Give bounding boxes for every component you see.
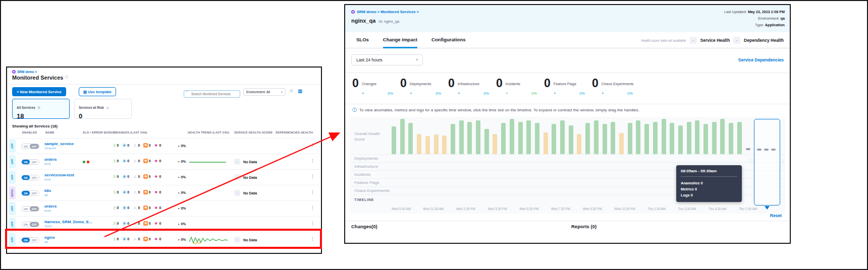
timeline-bar[interactable] (510, 119, 514, 154)
service-name-link[interactable]: sample_service (44, 142, 74, 146)
deployments-icon: ↑0 (113, 190, 119, 194)
search-input[interactable] (184, 90, 240, 98)
timeline-bar[interactable] (636, 120, 640, 154)
dependency-view-icon[interactable]: ⑂ (290, 88, 293, 94)
enabled-toggle[interactable]: ONOFF (21, 237, 39, 243)
timeline-bar[interactable] (594, 120, 599, 154)
timeline-bar[interactable] (670, 123, 674, 154)
enabled-toggle[interactable]: ONOFF (21, 206, 39, 212)
service-name-link[interactable]: orders (44, 157, 57, 162)
table-row[interactable]: APP ONOFF nginx qa ↑0❉0⚠0⚑0✺0 ▲0% -No Da… (7, 232, 321, 248)
timeline-bar[interactable] (577, 134, 581, 154)
detail-breadcrumb[interactable]: SRM demo > Monitored Services > (351, 10, 419, 14)
environment-filter[interactable]: Environment: All ▾ (243, 88, 286, 96)
timeline-bar[interactable] (585, 123, 590, 154)
timeline-bar[interactable] (467, 122, 472, 154)
table-row[interactable]: APP ONOFF Harness_SRM_Demo_E... Test2 ↑0… (7, 217, 321, 232)
services-at-risk-card[interactable]: Services at Risk ◎ 0 (74, 99, 132, 119)
timeline-bar[interactable] (544, 132, 548, 154)
new-monitored-service-button[interactable]: + New Monitored Service (12, 87, 66, 96)
all-services-card[interactable]: All Services ⚙ 18 (12, 99, 70, 119)
service-dependencies-link[interactable]: Service Dependencies (738, 57, 784, 62)
timeline-hint-banner: ⓘ To view anomalies, metrics and logs fo… (352, 108, 639, 112)
timeline-bar[interactable] (417, 134, 421, 154)
timeline-bar[interactable] (712, 122, 717, 154)
timeline-bar[interactable] (662, 119, 666, 154)
enabled-toggle[interactable]: ONOFF (21, 175, 39, 180)
service-name-link[interactable]: nginx (44, 235, 55, 240)
row-menu-icon[interactable]: ⋮ (310, 205, 315, 210)
timeline-bar[interactable] (400, 119, 405, 154)
timeline-bar[interactable] (442, 136, 447, 154)
row-menu-icon[interactable]: ⋮ (310, 189, 315, 194)
reset-link[interactable]: Reset (770, 213, 782, 218)
breadcrumb-text[interactable]: SRM demo > (17, 70, 37, 74)
enabled-toggle[interactable]: ONOFF (21, 190, 39, 196)
timeline-bar[interactable] (434, 134, 439, 154)
search-icon: ⌕ (186, 89, 188, 94)
timeline-bar[interactable] (476, 120, 480, 154)
table-row[interactable]: APP ONOFF servicenow-test prod ↑0❉0⚠0⚑0✺… (7, 170, 321, 185)
drag-handle-left[interactable]: ⋮⋮ (749, 159, 754, 162)
use-template-button[interactable]: ▥ Use template (79, 87, 116, 96)
service-name-link[interactable]: orders (44, 204, 57, 209)
timeline-bar[interactable] (611, 122, 615, 154)
row-menu-icon[interactable]: ⋮ (310, 221, 315, 226)
timeline-bar[interactable] (720, 119, 725, 154)
enabled-toggle[interactable]: ONOFF (21, 159, 39, 165)
timeline-bar[interactable] (451, 124, 455, 154)
row-menu-icon[interactable]: ⋮ (310, 236, 315, 241)
timeline-bar[interactable] (619, 133, 624, 154)
table-row[interactable]: APP ONOFF sample_service nonprod ↑0❉0⚠0⚑… (7, 139, 321, 154)
timeline-bar[interactable] (729, 123, 733, 154)
timeline-bar[interactable] (392, 126, 396, 154)
health-summary: Health score data not available - Servic… (641, 37, 784, 44)
enabled-toggle[interactable]: ONOFF (21, 144, 39, 149)
timeline-bar[interactable] (653, 122, 658, 154)
service-name-link[interactable]: Harness_SRM_Demo_E... (44, 220, 92, 224)
table-row[interactable]: APP ONOFF orders local ↑0❉0⚠0⚑0✺0 ▲0% ⋮ (7, 201, 321, 217)
timeline-bar[interactable] (603, 124, 607, 154)
timeline-bar[interactable] (644, 124, 649, 154)
tab-change-impact[interactable]: Change Impact (383, 32, 417, 48)
timeline-bar[interactable] (687, 122, 691, 154)
row-menu-icon[interactable]: ⋮ (310, 174, 315, 179)
tab-slos[interactable]: SLOs (356, 32, 369, 48)
timeline-bar[interactable] (408, 123, 413, 154)
timeline-bar[interactable] (425, 136, 430, 154)
timeline-bar[interactable] (678, 125, 683, 154)
timeline-bar[interactable] (484, 129, 489, 154)
timeline-bar[interactable] (569, 125, 573, 154)
timeline-bar[interactable] (501, 123, 506, 154)
service-name-link[interactable]: servicenow-test (44, 173, 74, 177)
timeline-bar[interactable] (737, 122, 742, 154)
time-range-select[interactable]: Last 24 hours ▾ (351, 54, 423, 65)
list-view-icon[interactable]: ▦ (298, 88, 302, 94)
time-window-selection[interactable]: ⋮⋮ ⋮⋮ (754, 119, 780, 206)
breadcrumb[interactable]: SRM demo > (12, 70, 37, 74)
service-name-link[interactable]: k8s (44, 188, 51, 193)
table-row[interactable]: INFRA ONOFF k8s qa ↑0❉0⚠0⚑0✺0 ▲0% -No Da… (7, 185, 321, 201)
timeline-bar[interactable] (493, 134, 497, 154)
timeline-bar[interactable] (459, 120, 464, 154)
row-menu-icon[interactable]: ⋮ (310, 143, 315, 148)
timeline-bar[interactable] (560, 120, 565, 154)
enabled-toggle[interactable]: ONOFF (21, 222, 39, 227)
timeline-bar[interactable] (628, 123, 632, 154)
bars-zone[interactable] (392, 119, 742, 154)
service-environment: nonprod (44, 147, 56, 150)
timeline-bar[interactable] (526, 120, 531, 154)
row-menu-icon[interactable]: ⋮ (310, 158, 315, 163)
timeline-bar[interactable] (703, 124, 708, 154)
drag-handle-right[interactable]: ⋮⋮ (778, 159, 784, 162)
search-box[interactable]: ⌕ (184, 88, 240, 96)
health-note: Health score data not available (641, 39, 686, 42)
timeline-bar[interactable] (695, 120, 699, 154)
table-row[interactable]: APP ONOFF orders prod ↑0❉0⚠0⚑0✺0 ▲0% -No… (7, 154, 321, 170)
timeline-bar[interactable] (535, 123, 539, 154)
timeline-bar[interactable] (552, 124, 556, 154)
infrastructure-icon: ❉0 (122, 206, 129, 210)
service-environment: qa (44, 240, 48, 243)
tab-configurations[interactable]: Configurations (431, 32, 466, 48)
timeline-bar[interactable] (518, 122, 523, 154)
